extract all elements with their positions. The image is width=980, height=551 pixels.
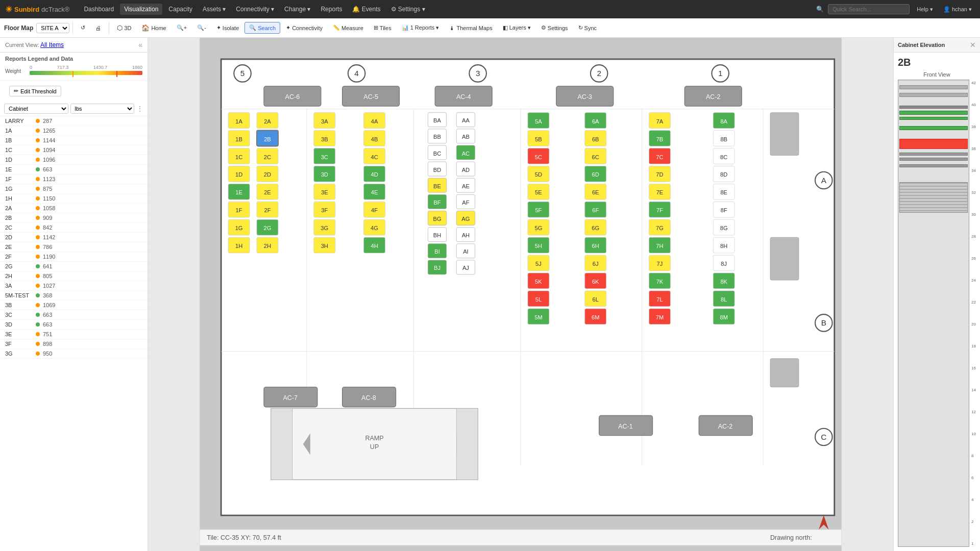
cabinet-list-item[interactable]: 3A1027 xyxy=(0,281,148,291)
svg-text:6J: 6J xyxy=(593,261,599,267)
cabinet-list-item[interactable]: 2D1142 xyxy=(0,233,148,242)
nav-dashboard[interactable]: Dashboard xyxy=(80,4,118,15)
layers-button[interactable]: ◧ Layers ▾ xyxy=(498,22,535,34)
cabinet-list-item[interactable]: 1C1094 xyxy=(0,145,148,155)
svg-text:2B: 2B xyxy=(264,136,271,142)
isolate-button[interactable]: ✦ Isolate xyxy=(212,22,243,34)
cabinet-list-item[interactable]: 3C663 xyxy=(0,310,148,320)
cabinet-list: LARRY2871A12651B11441C10941D10961E6631F1… xyxy=(0,116,148,551)
cabinet-list-item[interactable]: 3F898 xyxy=(0,339,148,349)
cabinet-list-item[interactable]: 2C842 xyxy=(0,223,148,233)
nav-right-controls: 🔍 Help ▾ 👤 hchan ▾ xyxy=(816,4,975,14)
nav-reports[interactable]: Reports xyxy=(316,4,346,15)
reports-button[interactable]: 📊 1 Reports ▾ xyxy=(397,22,444,34)
cabinet-list-item[interactable]: 5M-TEST368 xyxy=(0,291,148,300)
cabinet-name: 1B xyxy=(5,137,36,143)
cabinet-list-item[interactable]: 1D1096 xyxy=(0,155,148,165)
row-numbers: 42 40 38 36 34 32 30 28 26 24 22 20 18 1… xyxy=(971,80,976,547)
refresh-button[interactable]: ↺ xyxy=(76,22,90,34)
cabinet-list-item[interactable]: 1E663 xyxy=(0,165,148,174)
cabinet-list-item[interactable]: 1B1144 xyxy=(0,136,148,145)
zoomin-button[interactable]: 🔍+ xyxy=(172,22,191,34)
svg-text:BF: BF xyxy=(433,199,440,206)
sidebar-collapse-button[interactable]: « xyxy=(138,41,142,49)
svg-text:4F: 4F xyxy=(371,207,378,213)
cabinet-list-item[interactable]: LARRY287 xyxy=(0,116,148,126)
map-area[interactable]: 5 4 3 2 1 A B C AC-6 AC-5 AC-4 AC-3 xyxy=(148,38,893,551)
cabinet-list-item[interactable]: 2E786 xyxy=(0,242,148,252)
nav-visualization[interactable]: Visualization xyxy=(120,4,162,15)
unit-filter-select[interactable]: lbs xyxy=(70,104,135,114)
svg-text:7H: 7H xyxy=(656,243,663,249)
status-dot xyxy=(36,167,40,171)
svg-text:8E: 8E xyxy=(720,189,727,195)
cabinet-list-item[interactable]: 2F1190 xyxy=(0,252,148,262)
cabinet-list-item[interactable]: 2G641 xyxy=(0,262,148,271)
cabinet-name: 2G xyxy=(5,263,36,269)
nav-assets[interactable]: Assets ▾ xyxy=(199,4,230,15)
connectivity-button[interactable]: ✦ Connectivity xyxy=(281,22,327,34)
3d-button[interactable]: ⬡ 3D xyxy=(112,21,136,34)
cabinet-name: 1A xyxy=(5,128,36,134)
cabinet-list-item[interactable]: 1H1150 xyxy=(0,194,148,204)
svg-text:8A: 8A xyxy=(720,118,727,124)
cabinet-list-item[interactable]: 3B1069 xyxy=(0,300,148,310)
svg-text:7B: 7B xyxy=(656,136,664,142)
svg-text:AC: AC xyxy=(462,151,470,157)
nav-change[interactable]: Change ▾ xyxy=(280,4,314,15)
svg-text:8M: 8M xyxy=(720,314,728,320)
floor-plan-svg[interactable]: 5 4 3 2 1 A B C AC-6 AC-5 AC-4 AC-3 xyxy=(148,38,893,551)
cabinet-value: 287 xyxy=(43,118,52,124)
cabinet-list-item[interactable]: 2B909 xyxy=(0,213,148,223)
svg-text:1B: 1B xyxy=(235,136,242,142)
quick-search-input[interactable] xyxy=(828,4,910,14)
cabinet-value: 909 xyxy=(43,215,52,221)
thermal-maps-button[interactable]: 🌡 Thermal Maps xyxy=(445,22,497,34)
nav-connectivity[interactable]: Connectivity ▾ xyxy=(232,4,278,15)
svg-text:5D: 5D xyxy=(535,171,542,178)
print-button[interactable]: 🖨 xyxy=(91,22,106,34)
cabinet-list-item[interactable]: 1F1123 xyxy=(0,174,148,184)
cabinet-list-item[interactable]: 3D663 xyxy=(0,320,148,330)
cabinet-list-item[interactable]: 1G875 xyxy=(0,184,148,194)
settings-button[interactable]: ⚙ Settings xyxy=(536,22,573,34)
sidebar-header: Current View: All Items « xyxy=(0,38,148,53)
cabinet-name: 2B xyxy=(5,215,36,221)
cabinet-elevation-panel: Cabinet Elevation ✕ 2B Front View xyxy=(893,38,980,551)
cabinet-list-item[interactable]: 2A1058 xyxy=(0,204,148,213)
cabinet-list-item[interactable]: 3G950 xyxy=(0,349,148,359)
close-panel-button[interactable]: ✕ xyxy=(970,41,976,49)
svg-text:8J: 8J xyxy=(721,261,727,267)
status-dot xyxy=(36,322,40,327)
cabinet-value: 1027 xyxy=(43,283,55,289)
svg-text:BE: BE xyxy=(433,183,441,189)
floormap-label: Floor Map xyxy=(4,24,33,32)
cabinet-list-item[interactable]: 1A1265 xyxy=(0,126,148,136)
status-dot xyxy=(36,206,40,210)
cabinet-list-item[interactable]: 3E751 xyxy=(0,330,148,339)
svg-text:4D: 4D xyxy=(371,171,378,178)
svg-text:3C: 3C xyxy=(321,154,328,160)
cabinet-list-item[interactable]: 2H805 xyxy=(0,271,148,281)
status-dot xyxy=(36,303,40,307)
edit-threshold-button[interactable]: ✏ Edit Threshold xyxy=(9,86,61,96)
home-button[interactable]: 🏠 Home xyxy=(137,21,170,34)
all-items-link[interactable]: All Items xyxy=(40,41,64,48)
cabinet-filter-select[interactable]: Cabinet xyxy=(4,104,68,114)
svg-text:B: B xyxy=(821,318,826,327)
measure-button[interactable]: 📏 Measure xyxy=(328,22,368,34)
nav-capacity[interactable]: Capacity xyxy=(164,4,197,15)
sync-button[interactable]: ↻ Sync xyxy=(574,22,601,34)
legend-weight-label: Weight xyxy=(5,68,26,74)
svg-text:AC-2: AC-2 xyxy=(718,423,733,430)
site-select[interactable]: SITE A xyxy=(36,23,69,33)
nav-help[interactable]: Help ▾ xyxy=(914,5,936,14)
status-dot xyxy=(36,226,40,230)
zoomout-button[interactable]: 🔍- xyxy=(192,22,211,34)
status-dot xyxy=(36,138,40,142)
nav-events[interactable]: 🔔 Events xyxy=(348,4,384,15)
tiles-button[interactable]: ⊞ Tiles xyxy=(369,22,396,34)
nav-settings[interactable]: ⚙ Settings ▾ xyxy=(387,4,429,15)
search-button[interactable]: 🔍 Search xyxy=(244,22,280,34)
nav-user[interactable]: 👤 hchan ▾ xyxy=(940,5,975,14)
